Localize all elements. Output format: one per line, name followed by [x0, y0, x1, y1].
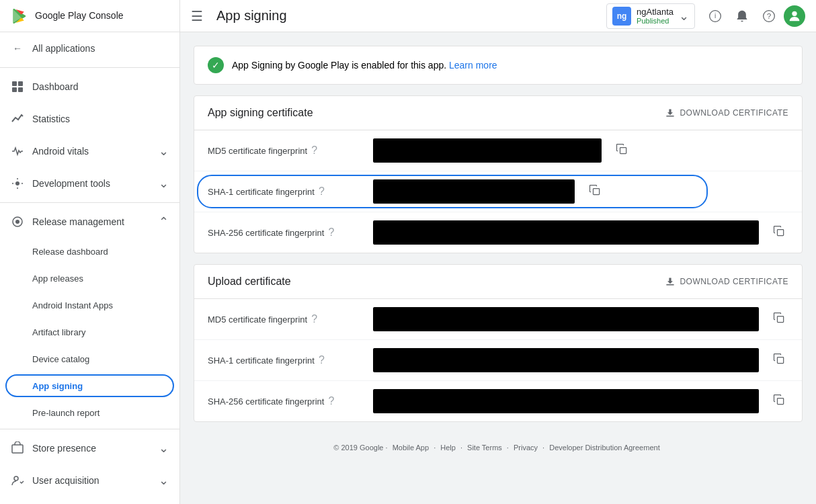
footer-link-mobile-app[interactable]: Mobile App [393, 444, 429, 452]
help-button[interactable]: ? [757, 4, 781, 28]
avatar: ng [612, 7, 631, 26]
svg-rect-3 [18, 87, 23, 92]
sidebar-logo[interactable]: Google Play Console [11, 7, 124, 26]
user-acquisition-chevron: ⌄ [159, 473, 169, 488]
sidebar-item-artifact-library[interactable]: Artifact library [0, 319, 179, 345]
release-management-chevron: ⌃ [159, 214, 169, 229]
upload-cert-label-sha256: SHA-256 certificate fingerprint ? [208, 395, 362, 407]
upload-cert-row-md5: MD5 certificate fingerprint ? [194, 299, 802, 340]
android-vitals-chevron: ⌄ [159, 144, 169, 159]
download-upload-certificate-button[interactable]: DOWNLOAD CERTIFICATE [665, 276, 788, 287]
footer-link-dda[interactable]: Developer Distribution Agreement [549, 444, 659, 452]
app-selector[interactable]: ng ngAtlanta Published ⌄ [606, 3, 695, 29]
app-info: ngAtlanta Published [637, 7, 674, 25]
help-icon-sha256[interactable]: ? [328, 226, 334, 239]
upload-help-icon-sha1[interactable]: ? [319, 354, 325, 366]
cert-label-sha1: SHA-1 certificate fingerprint ? [208, 185, 362, 198]
copy-button-md5[interactable] [612, 140, 631, 162]
upload-cert-label-sha1: SHA-1 certificate fingerprint ? [208, 354, 362, 366]
cert-value-sha256 [373, 220, 759, 245]
user-avatar[interactable] [784, 5, 805, 27]
banner-text: App Signing by Google Play is enabled fo… [232, 60, 497, 71]
user-acquisition-icon [11, 474, 24, 487]
cert-value-md5 [373, 138, 602, 163]
sidebar-item-pre-launch-report[interactable]: Pre-launch report [0, 399, 179, 426]
development-tools-chevron: ⌄ [159, 176, 169, 191]
copy-button-sha256[interactable] [770, 222, 788, 244]
cert-row-sha1: SHA-1 certificate fingerprint ? [194, 171, 802, 212]
help-icon-sha1[interactable]: ? [319, 185, 325, 198]
sidebar-item-development-tools[interactable]: Development tools ⌄ [0, 167, 179, 200]
svg-text:i: i [715, 12, 716, 19]
footer-link-privacy[interactable]: Privacy [514, 444, 538, 452]
sidebar-item-android-instant-apps[interactable]: Android Instant Apps [0, 292, 179, 319]
info-button[interactable]: i [703, 4, 727, 28]
learn-more-link[interactable]: Learn more [449, 60, 497, 71]
sidebar-item-user-feedback[interactable]: User feedback ⌄ [0, 497, 179, 504]
google-play-icon [11, 7, 30, 26]
upload-cert-value-md5 [373, 307, 759, 331]
sidebar-item-store-presence[interactable]: Store presence ⌄ [0, 432, 179, 464]
app-name: ngAtlanta [637, 7, 674, 17]
app-status: Published [637, 17, 674, 25]
sidebar-item-device-catalog[interactable]: Device catalog [0, 345, 179, 372]
notification-button[interactable] [730, 4, 754, 28]
sidebar-item-app-signing[interactable]: App signing [0, 372, 179, 399]
sidebar-app-title: Google Play Console [35, 10, 124, 22]
cert-label-md5: MD5 certificate fingerprint ? [208, 144, 362, 157]
footer: © 2019 Google · Mobile App · Help · Site… [194, 433, 803, 462]
sidebar-divider-1 [0, 67, 179, 68]
upload-help-icon-sha256[interactable]: ? [328, 395, 334, 407]
upload-copy-button-sha1[interactable] [770, 349, 788, 372]
footer-link-help[interactable]: Help [440, 444, 456, 452]
cert-value-sha1 [373, 179, 575, 204]
svg-text:?: ? [767, 11, 772, 20]
sidebar-divider-2 [0, 202, 179, 203]
release-management-icon [11, 215, 24, 228]
help-icon-md5[interactable]: ? [311, 144, 317, 157]
svg-rect-19 [778, 398, 784, 404]
footer-link-site-terms[interactable]: Site Terms [467, 444, 502, 452]
upload-cert-row-sha1: SHA-1 certificate fingerprint ? [194, 340, 802, 381]
sidebar-item-release-dashboard[interactable]: Release dashboard [0, 238, 179, 265]
svg-rect-0 [12, 81, 17, 86]
sidebar-item-all-apps[interactable]: ← All applications [0, 32, 179, 65]
svg-rect-17 [778, 316, 784, 322]
app-selector-chevron: ⌄ [679, 9, 689, 24]
sidebar-item-statistics[interactable]: Statistics [0, 103, 179, 135]
download-certificate-button[interactable]: DOWNLOAD CERTIFICATE [665, 108, 788, 118]
development-tools-icon [11, 177, 24, 190]
upload-copy-button-sha256[interactable] [770, 390, 788, 413]
svg-rect-14 [620, 147, 626, 153]
topbar-icons: i ? [703, 4, 805, 28]
upload-copy-button-md5[interactable] [770, 308, 788, 331]
app-signing-certificate-card: App signing certificate DOWNLOAD CERTIFI… [194, 95, 803, 253]
svg-rect-2 [12, 87, 17, 92]
dashboard-icon [11, 80, 24, 93]
sidebar-item-app-releases[interactable]: App releases [0, 265, 179, 292]
svg-point-8 [14, 476, 18, 480]
upload-help-icon-md5[interactable]: ? [311, 313, 317, 325]
topbar: ☰ App signing ng ngAtlanta Published ⌄ i… [180, 0, 816, 32]
svg-point-6 [15, 220, 19, 224]
copy-button-sha1[interactable] [585, 181, 604, 203]
upload-cert-value-sha1 [373, 348, 759, 372]
sidebar-item-dashboard[interactable]: Dashboard [0, 71, 179, 103]
cert-row-sha256: SHA-256 certificate fingerprint ? [194, 212, 802, 253]
content-area: ✓ App Signing by Google Play is enabled … [180, 32, 816, 504]
svg-rect-7 [12, 445, 23, 453]
sidebar-item-android-vitals[interactable]: Android vitals ⌄ [0, 135, 179, 167]
sidebar-header: Google Play Console [0, 0, 179, 32]
upload-certificate-header: Upload certificate DOWNLOAD CERTIFICATE [194, 265, 802, 299]
check-icon: ✓ [208, 57, 224, 73]
android-vitals-icon [11, 144, 24, 158]
statistics-icon [11, 112, 24, 126]
sidebar-item-user-acquisition[interactable]: User acquisition ⌄ [0, 464, 179, 497]
signing-enabled-banner: ✓ App Signing by Google Play is enabled … [194, 46, 803, 85]
upload-cert-row-sha256: SHA-256 certificate fingerprint ? [194, 381, 802, 421]
svg-rect-15 [594, 188, 600, 194]
sidebar: Google Play Console ← All applications D… [0, 0, 180, 504]
menu-icon[interactable]: ☰ [191, 8, 203, 24]
svg-point-13 [792, 11, 797, 15]
sidebar-item-release-management[interactable]: Release management ⌃ [0, 206, 179, 238]
